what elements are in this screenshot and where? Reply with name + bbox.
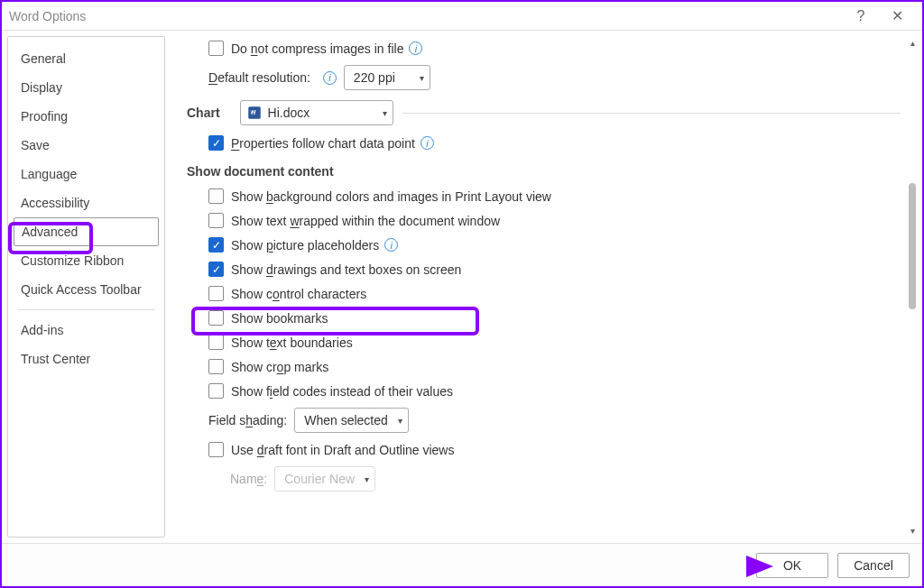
section-chart: Chart <box>187 106 220 120</box>
sidebar-item-save[interactable]: Save <box>8 131 164 160</box>
sidebar-item-language[interactable]: Language <box>8 160 164 188</box>
sidebar-item-general[interactable]: General <box>8 44 164 73</box>
sidebar-item-quick-access[interactable]: Quick Access Toolbar <box>8 275 164 304</box>
checkbox-label: Properties follow chart data point <box>231 136 415 151</box>
sidebar-item-accessibility[interactable]: Accessibility <box>8 188 164 217</box>
sidebar-item-display[interactable]: Display <box>8 73 164 102</box>
cancel-button[interactable]: Cancel <box>837 553 910 578</box>
checkbox-properties-follow[interactable]: Properties follow chart data point <box>208 135 415 151</box>
checkbox-label: Show picture placeholders <box>231 238 379 253</box>
checkbox-label: Show text boundaries <box>231 335 353 350</box>
scroll-up-icon[interactable]: ▴ <box>910 38 915 48</box>
checkbox-bookmarks[interactable]: Show bookmarks <box>208 310 328 326</box>
close-icon[interactable]: ✕ <box>879 7 915 24</box>
checkbox-icon <box>208 213 224 228</box>
checkbox-icon <box>208 442 224 457</box>
checkbox-label: Do not compress images in file <box>231 41 403 56</box>
window-title: Word Options <box>9 9 843 23</box>
checkbox-label: Show control characters <box>231 287 366 301</box>
chevron-down-icon: ▾ <box>365 474 369 484</box>
word-options-dialog: Word Options ? ✕ General Display Proofin… <box>0 0 924 588</box>
checkbox-icon <box>208 359 224 374</box>
checkbox-icon <box>208 383 224 399</box>
draft-font-name-value: Courier New <box>284 472 355 486</box>
sidebar-item-trust-center[interactable]: Trust Center <box>8 345 164 373</box>
draft-font-name-label: Name: <box>230 472 267 486</box>
checkbox-crop-marks[interactable]: Show crop marks <box>208 359 328 374</box>
sidebar-item-customize-ribbon[interactable]: Customize Ribbon <box>8 246 164 275</box>
sidebar-item-proofing[interactable]: Proofing <box>8 102 164 131</box>
sidebar-item-advanced[interactable]: Advanced <box>14 217 159 246</box>
checkbox-draft-font[interactable]: Use draft font in Draft and Outline view… <box>208 442 454 457</box>
checkbox-label: Show drawings and text boxes on screen <box>231 262 461 277</box>
chevron-down-icon: ▾ <box>398 416 402 426</box>
checkbox-drawings-textboxes[interactable]: Show drawings and text boxes on screen <box>208 262 461 277</box>
chart-document-select[interactable]: Hi.docx ▾ <box>240 100 393 125</box>
ok-button[interactable]: OK <box>756 553 828 578</box>
field-shading-select[interactable]: When selected ▾ <box>294 408 409 433</box>
chevron-down-icon: ▾ <box>420 73 424 83</box>
checkbox-icon <box>208 286 224 301</box>
draft-font-name-select: Courier New ▾ <box>274 466 375 492</box>
default-resolution-label: Default resolution: <box>208 70 310 85</box>
checkbox-bg-colors[interactable]: Show background colors and images in Pri… <box>208 188 551 204</box>
checkbox-text-boundaries[interactable]: Show text boundaries <box>208 335 353 350</box>
field-shading-value: When selected <box>304 413 388 427</box>
checkbox-field-codes[interactable]: Show field codes instead of their values <box>208 383 453 399</box>
sidebar-item-addins[interactable]: Add-ins <box>8 316 164 345</box>
checkbox-label: Show field codes instead of their values <box>231 384 453 399</box>
options-content: Do not compress images in file i Default… <box>178 31 901 543</box>
dialog-footer: OK Cancel <box>2 543 922 586</box>
checkbox-label: Show background colors and images in Pri… <box>231 189 551 204</box>
vertical-scrollbar[interactable]: ▴ ▾ <box>906 38 919 536</box>
word-document-icon <box>246 105 263 121</box>
checkbox-label: Show text wrapped within the document wi… <box>231 214 500 228</box>
checkbox-icon <box>208 310 224 326</box>
checkbox-icon <box>208 41 224 56</box>
chevron-down-icon: ▾ <box>383 108 387 118</box>
scroll-down-icon[interactable]: ▾ <box>910 526 915 536</box>
checkbox-icon <box>208 335 224 350</box>
scroll-thumb[interactable] <box>909 183 916 309</box>
checkbox-icon <box>208 188 224 204</box>
checkbox-do-not-compress[interactable]: Do not compress images in file <box>208 41 403 56</box>
checkbox-text-wrapped[interactable]: Show text wrapped within the document wi… <box>208 213 500 228</box>
chart-document-value: Hi.docx <box>268 106 310 120</box>
help-icon[interactable]: i <box>384 238 398 252</box>
checkbox-label: Show crop marks <box>231 360 328 374</box>
section-show-document-content: Show document content <box>187 155 901 184</box>
default-resolution-select[interactable]: 220 ppi ▾ <box>344 65 430 90</box>
checkbox-icon <box>208 135 224 151</box>
checkbox-label: Show bookmarks <box>231 311 328 326</box>
field-shading-label: Field shading: <box>208 413 287 427</box>
checkbox-label: Use draft font in Draft and Outline view… <box>231 443 454 457</box>
help-icon[interactable]: i <box>420 136 434 150</box>
default-resolution-value: 220 ppi <box>354 70 395 85</box>
help-icon[interactable]: i <box>323 71 337 85</box>
help-icon[interactable]: ? <box>843 8 879 24</box>
help-icon[interactable]: i <box>409 41 422 55</box>
sidebar-separator <box>17 309 155 310</box>
checkbox-control-chars[interactable]: Show control characters <box>208 286 366 301</box>
category-sidebar: General Display Proofing Save Language A… <box>7 36 165 537</box>
checkbox-icon <box>208 237 224 253</box>
titlebar: Word Options ? ✕ <box>2 2 922 31</box>
scroll-track[interactable] <box>906 48 919 526</box>
checkbox-icon <box>208 262 224 277</box>
checkbox-picture-placeholders[interactable]: Show picture placeholders <box>208 237 379 253</box>
